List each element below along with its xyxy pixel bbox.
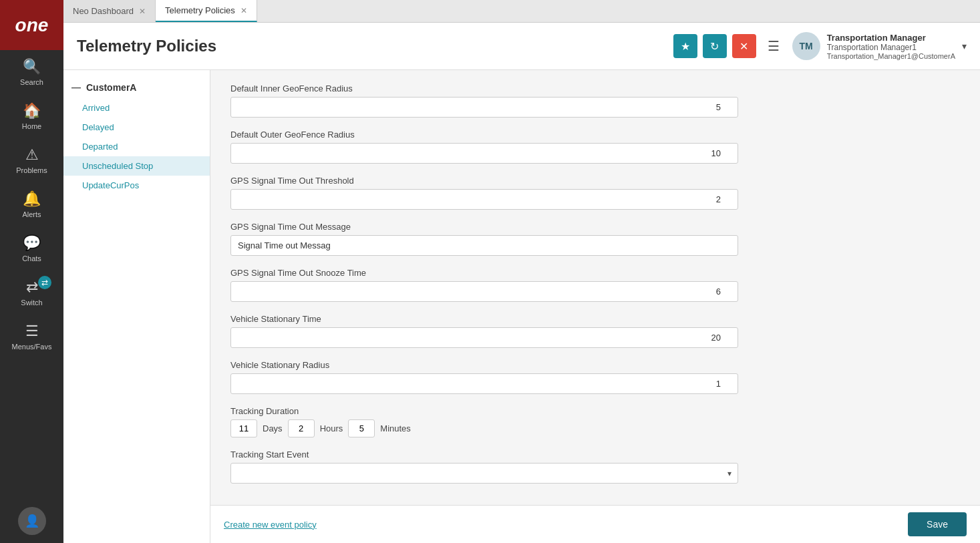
sidebar-item-chats[interactable]: 💬 Chats — [0, 226, 63, 270]
home-icon: 🏠 — [23, 102, 41, 120]
user-email: Transportation_Manager1@CustomerA — [827, 52, 955, 60]
tracking-minutes-value[interactable]: 5 — [348, 419, 375, 437]
sidebar: one 🔍 Search 🏠 Home ⚠ Problems 🔔 Alerts … — [0, 0, 63, 543]
chats-icon: 💬 — [23, 234, 41, 252]
tracking-duration-row: 11 Days 2 Hours 5 Minutes — [230, 419, 960, 437]
label-vehicle-stationary-radius: Vehicle Stationary Radius — [230, 360, 960, 370]
input-default-inner-geofence[interactable] — [230, 97, 738, 118]
input-gps-timeout-threshold[interactable] — [230, 189, 738, 210]
field-vehicle-stationary-radius: Vehicle Stationary Radius — [230, 360, 960, 394]
tab-neo-dashboard[interactable]: Neo Dashboard ✕ — [63, 0, 156, 22]
user-dropdown-arrow[interactable]: ▾ — [962, 41, 967, 51]
label-default-outer-geofence: Default Outer GeoFence Radius — [230, 130, 960, 140]
sidebar-item-problems[interactable]: ⚠ Problems — [0, 138, 63, 182]
user-info: TM Transportation Manager Transportation… — [792, 32, 967, 60]
tab-close-telemetry-policies[interactable]: ✕ — [240, 7, 247, 15]
field-gps-timeout-snooze: GPS Signal Time Out Snooze Time — [230, 268, 960, 302]
page-title: Telemetry Policies — [77, 37, 673, 55]
tab-label-neo-dashboard: Neo Dashboard — [73, 6, 134, 16]
field-vehicle-stationary-time: Vehicle Stationary Time — [230, 314, 960, 348]
tracking-start-event-wrapper: ▾ — [230, 463, 738, 484]
label-gps-timeout-threshold: GPS Signal Time Out Threshold — [230, 176, 960, 186]
label-default-inner-geofence: Default Inner GeoFence Radius — [230, 83, 960, 94]
save-button[interactable]: Save — [908, 512, 967, 536]
tabs-bar: Neo Dashboard ✕ Telemetry Policies ✕ — [63, 0, 980, 23]
label-tracking-duration: Tracking Duration — [230, 406, 960, 416]
main-panel: Neo Dashboard ✕ Telemetry Policies ✕ Tel… — [63, 0, 980, 543]
close-button[interactable]: ✕ — [732, 34, 756, 58]
tracking-hours-value[interactable]: 2 — [288, 419, 315, 437]
label-vehicle-stationary-time: Vehicle Stationary Time — [230, 314, 960, 324]
nav-toggle-icon[interactable]: — — [71, 82, 81, 93]
nav-group-header: — CustomerA — [63, 77, 210, 98]
app-logo: one — [0, 0, 63, 50]
nav-panel: — CustomerA Arrived Delayed Departed Uns… — [63, 70, 210, 543]
switch-badge: ⇄ — [38, 276, 51, 289]
label-gps-timeout-message: GPS Signal Time Out Message — [230, 222, 960, 232]
logo-text: one — [15, 15, 49, 36]
avatar: TM — [792, 32, 820, 60]
user-name: Transportation Manager1 — [827, 43, 955, 52]
sidebar-label-search: Search — [20, 78, 43, 86]
tab-label-telemetry-policies: Telemetry Policies — [165, 5, 235, 15]
tracking-hours-label: Hours — [320, 423, 343, 433]
switch-icon: ⇄ — [26, 279, 38, 296]
alerts-icon: 🔔 — [23, 190, 41, 208]
favorite-button[interactable]: ★ — [673, 34, 697, 58]
sidebar-label-problems: Problems — [16, 166, 47, 174]
field-gps-timeout-message: GPS Signal Time Out Message — [230, 222, 960, 256]
field-tracking-start-event: Tracking Start Event ▾ — [230, 449, 960, 484]
sidebar-item-switch[interactable]: ⇄ ⇄ Switch — [0, 270, 63, 315]
footer-bar: Create new event policy Save — [210, 505, 980, 543]
menus-icon: ☰ — [25, 323, 39, 340]
nav-item-unscheduled-stop[interactable]: Unscheduled Stop — [63, 156, 210, 176]
input-gps-timeout-snooze[interactable] — [230, 281, 738, 302]
sidebar-avatar[interactable]: 👤 — [18, 507, 46, 535]
refresh-button[interactable]: ↻ — [703, 34, 727, 58]
menu-button[interactable]: ☰ — [762, 34, 786, 58]
sidebar-label-home: Home — [22, 122, 41, 130]
input-default-outer-geofence[interactable] — [230, 143, 738, 164]
tracking-days-label: Days — [263, 423, 283, 433]
sidebar-label-alerts: Alerts — [22, 210, 41, 218]
nav-item-delayed[interactable]: Delayed — [63, 118, 210, 137]
avatar-initials: TM — [800, 41, 813, 51]
user-text: Transportation Manager Transportation Ma… — [827, 33, 955, 60]
tracking-minutes-label: Minutes — [380, 423, 411, 433]
tab-telemetry-policies[interactable]: Telemetry Policies ✕ — [156, 0, 257, 22]
tab-close-neo-dashboard[interactable]: ✕ — [139, 7, 146, 15]
nav-item-departed[interactable]: Departed — [63, 137, 210, 156]
problems-icon: ⚠ — [25, 146, 39, 164]
field-tracking-duration: Tracking Duration 11 Days 2 Hours 5 Minu… — [230, 406, 960, 437]
input-vehicle-stationary-radius[interactable] — [230, 373, 738, 394]
sidebar-item-search[interactable]: 🔍 Search — [0, 50, 63, 94]
field-gps-timeout-threshold: GPS Signal Time Out Threshold — [230, 176, 960, 210]
tracking-days-value[interactable]: 11 — [230, 419, 257, 437]
input-gps-timeout-message[interactable] — [230, 235, 738, 256]
sidebar-label-chats: Chats — [22, 254, 41, 262]
label-gps-timeout-snooze: GPS Signal Time Out Snooze Time — [230, 268, 960, 278]
field-default-inner-geofence: Default Inner GeoFence Radius — [230, 83, 960, 118]
header-bar: Telemetry Policies ★ ↻ ✕ ☰ TM Transporta… — [63, 23, 980, 70]
form-area: Default Inner GeoFence Radius Default Ou… — [210, 70, 980, 505]
sidebar-label-switch: Switch — [21, 299, 42, 307]
sidebar-item-alerts[interactable]: 🔔 Alerts — [0, 182, 63, 226]
nav-item-update-cur-pos[interactable]: UpdateCurPos — [63, 176, 210, 195]
create-event-policy-link[interactable]: Create new event policy — [224, 520, 317, 530]
sidebar-bottom: 👤 — [0, 507, 63, 543]
sidebar-item-menus[interactable]: ☰ Menus/Favs — [0, 315, 63, 359]
label-tracking-start-event: Tracking Start Event — [230, 449, 960, 460]
header-actions: ★ ↻ ✕ ☰ — [673, 34, 786, 58]
sidebar-item-home[interactable]: 🏠 Home — [0, 94, 63, 138]
content-area: — CustomerA Arrived Delayed Departed Uns… — [63, 70, 980, 543]
nav-group-label: CustomerA — [86, 82, 136, 93]
input-vehicle-stationary-time[interactable] — [230, 327, 738, 348]
search-icon: 🔍 — [23, 58, 41, 75]
user-role: Transportation Manager — [827, 33, 955, 43]
nav-item-arrived[interactable]: Arrived — [63, 98, 210, 118]
select-tracking-start-event[interactable] — [230, 463, 738, 484]
field-default-outer-geofence: Default Outer GeoFence Radius — [230, 130, 960, 164]
sidebar-label-menus: Menus/Favs — [12, 343, 52, 351]
